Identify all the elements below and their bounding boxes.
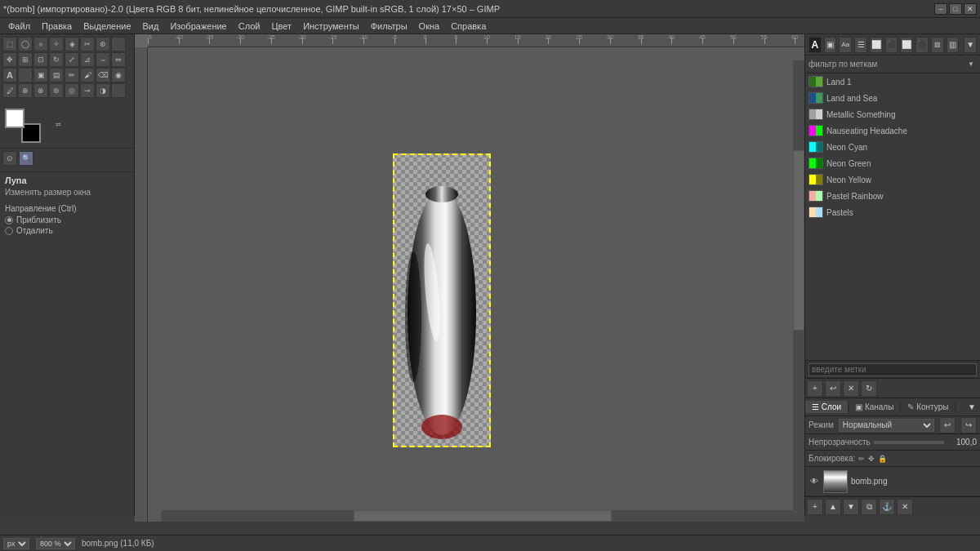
- brush-icon-6[interactable]: ⬛: [885, 37, 898, 53]
- tool-airbrush[interactable]: ◉: [111, 68, 126, 82]
- h-scrollbar[interactable]: [161, 510, 804, 522]
- palette-item-5[interactable]: Neon Green: [805, 155, 980, 171]
- menu-слой[interactable]: Слой: [234, 20, 265, 32]
- tool-rotate[interactable]: ↻: [49, 52, 64, 67]
- brush-icon-10[interactable]: ▥: [947, 37, 960, 53]
- tool-scale[interactable]: ⤢: [65, 52, 79, 67]
- palette-item-0[interactable]: Land 1: [805, 73, 980, 90]
- lock-position-btn[interactable]: ✥: [868, 455, 875, 463]
- canvas-viewport[interactable]: [148, 47, 804, 522]
- tag-delete-btn[interactable]: ✕: [843, 380, 859, 397]
- opacity-slider[interactable]: [874, 441, 944, 444]
- tool-bucket-fill[interactable]: ▣: [33, 68, 48, 82]
- zoom-select[interactable]: 800 %: [36, 538, 75, 549]
- tool-blend[interactable]: ▤: [49, 68, 64, 82]
- tool-foreground-select[interactable]: ⊛: [96, 37, 110, 51]
- brush-menu-btn[interactable]: ▼: [964, 37, 977, 53]
- tool-rect-select[interactable]: ⬚: [2, 37, 17, 51]
- tool-dodge-burn[interactable]: ◑: [96, 83, 110, 98]
- tool-color-picker[interactable]: ⊙: [2, 151, 17, 166]
- tool-ink[interactable]: 🖊: [2, 83, 17, 98]
- menu-изображение[interactable]: Изображение: [165, 20, 231, 32]
- maximize-button[interactable]: □: [949, 3, 962, 15]
- brush-icon-8[interactable]: ⬛: [915, 37, 929, 53]
- tab-paths[interactable]: ✎ Контуры: [901, 401, 956, 413]
- filter-dropdown-btn[interactable]: ▼: [965, 59, 977, 70]
- brush-icon-3[interactable]: Aa: [839, 37, 852, 53]
- v-scrollbar[interactable]: [793, 60, 804, 510]
- layer-redo-btn[interactable]: ↪: [960, 417, 977, 433]
- brush-icon-4[interactable]: ☰: [854, 37, 867, 53]
- tab-layers[interactable]: ☰ Слои: [805, 401, 849, 413]
- foreground-color-swatch[interactable]: [5, 109, 24, 128]
- tool-placeholder1[interactable]: [111, 37, 126, 51]
- tool-clone[interactable]: ⊕: [18, 83, 33, 98]
- layer-item-0[interactable]: 👁bomb.png: [805, 467, 980, 496]
- tool-placeholder2[interactable]: [18, 68, 33, 82]
- tool-text[interactable]: A: [2, 68, 17, 82]
- tag-input[interactable]: [808, 363, 977, 376]
- tool-fuzzy-select[interactable]: ✧: [49, 37, 64, 51]
- tool-scissors[interactable]: ✂: [80, 37, 95, 51]
- layers-panel-menu[interactable]: ▼: [964, 399, 980, 415]
- menu-справка[interactable]: Справка: [446, 20, 491, 32]
- tool-perspective[interactable]: ⟖: [96, 52, 110, 67]
- tool-paintbrush[interactable]: 🖌: [80, 68, 95, 82]
- swap-colors-btn[interactable]: ⇄: [56, 121, 61, 128]
- lock-all-btn[interactable]: 🔒: [878, 455, 887, 463]
- tag-refresh-btn[interactable]: ↻: [861, 380, 877, 397]
- lock-pixels-btn[interactable]: ✏: [858, 455, 865, 463]
- palette-item-6[interactable]: Neon Yellow: [805, 171, 980, 188]
- palette-item-1[interactable]: Land and Sea: [805, 90, 980, 106]
- palette-item-8[interactable]: Pastels: [805, 204, 980, 220]
- minimize-button[interactable]: –: [934, 3, 947, 15]
- menu-цвет[interactable]: Цвет: [266, 20, 296, 32]
- layer-delete-btn[interactable]: ✕: [897, 499, 913, 515]
- menu-фильтры[interactable]: Фильтры: [366, 20, 412, 32]
- tool-select-by-color[interactable]: ◈: [65, 37, 79, 51]
- layer-lower-btn[interactable]: ▼: [843, 499, 859, 515]
- tag-add-btn[interactable]: +: [807, 380, 823, 397]
- tool-blur-sharpen[interactable]: ◎: [65, 83, 79, 98]
- palette-item-3[interactable]: Nauseating Headache: [805, 122, 980, 139]
- tool-ellipse-select[interactable]: ◯: [18, 37, 33, 51]
- tag-undo-btn[interactable]: ↩: [825, 380, 841, 397]
- brush-icon-7[interactable]: ⬜: [900, 37, 913, 53]
- menu-файл[interactable]: Файл: [3, 20, 35, 32]
- menu-инструменты[interactable]: Инструменты: [298, 20, 364, 32]
- tool-zoom[interactable]: 🔍: [19, 151, 33, 166]
- layer-undo-btn[interactable]: ↩: [939, 417, 956, 433]
- unit-select[interactable]: px: [3, 538, 29, 549]
- v-scrollbar-thumb[interactable]: [793, 150, 804, 330]
- brush-icon-2[interactable]: ▣: [824, 37, 837, 53]
- h-scrollbar-thumb[interactable]: [354, 510, 611, 522]
- tool-shear[interactable]: ⊿: [80, 52, 95, 67]
- tool-perspective-clone[interactable]: ⊜: [49, 83, 64, 98]
- layer-vis-btn-0[interactable]: 👁: [808, 476, 820, 487]
- layer-raise-btn[interactable]: ▲: [825, 499, 841, 515]
- brush-icon-9[interactable]: ▧: [931, 37, 944, 53]
- palette-list[interactable]: Land 1Land and SeaMetallic SomethingNaus…: [805, 73, 980, 360]
- menu-вид[interactable]: Вид: [138, 20, 164, 32]
- layer-anchor-btn[interactable]: ⚓: [879, 499, 895, 515]
- palette-item-7[interactable]: Pastel Rainbow: [805, 188, 980, 204]
- brush-icon-5[interactable]: ⬜: [870, 37, 883, 53]
- tool-pencil[interactable]: ✏: [65, 68, 79, 82]
- menu-окна[interactable]: Окна: [414, 20, 445, 32]
- layer-new-btn[interactable]: +: [807, 499, 823, 515]
- tab-channels[interactable]: ▣ Каналы: [849, 401, 901, 413]
- menu-выделение[interactable]: Выделение: [78, 20, 136, 32]
- layer-duplicate-btn[interactable]: ⧉: [861, 499, 877, 515]
- tool-move[interactable]: ✥: [2, 52, 17, 67]
- tool-crop[interactable]: ⊡: [33, 52, 48, 67]
- tool-smudge[interactable]: ⊸: [80, 83, 95, 98]
- tool-align[interactable]: ⊞: [18, 52, 33, 67]
- palette-item-2[interactable]: Metallic Something: [805, 106, 980, 122]
- tool-eraser[interactable]: ⌫: [96, 68, 110, 82]
- canvas-area[interactable]: -45-40-35-30-25-20-15-10-505101520253035…: [135, 34, 804, 522]
- tool-free-select[interactable]: ⟡: [33, 37, 48, 51]
- mode-select[interactable]: Нормальный: [839, 419, 934, 432]
- palette-item-4[interactable]: Neon Cyan: [805, 139, 980, 155]
- tool-heal[interactable]: ⊗: [33, 83, 48, 98]
- close-button[interactable]: ✕: [964, 3, 977, 15]
